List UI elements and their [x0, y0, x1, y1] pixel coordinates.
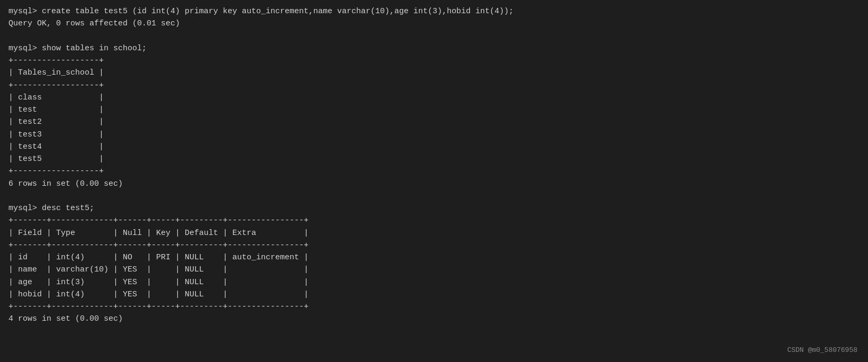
terminal-output: mysql> create table test5 (id int(4) pri… — [8, 5, 860, 325]
watermark: CSDN @m0_58076958 — [787, 345, 857, 356]
